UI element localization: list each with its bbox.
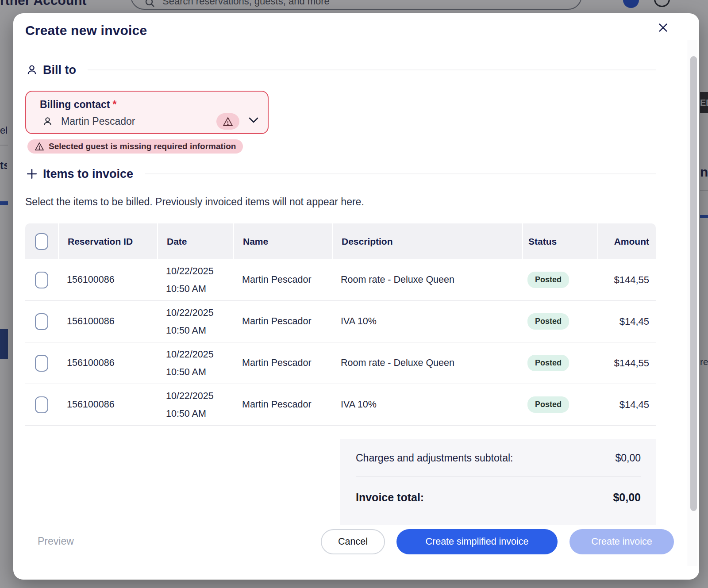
reservation-id: 156100086 xyxy=(58,399,157,410)
row-checkbox[interactable] xyxy=(35,355,48,372)
reservation-id: 156100086 xyxy=(58,274,157,285)
table-row: 156100086 10/22/202510:50 AM Martin Pesc… xyxy=(25,384,656,426)
col-header-name: Name xyxy=(233,223,332,259)
bill-to-section-header: Bill to xyxy=(25,62,656,78)
close-icon[interactable] xyxy=(656,20,670,35)
col-header-amount: Amount xyxy=(597,223,656,259)
date-cell: 10/22/202510:50 AM xyxy=(157,304,233,339)
item-description: IVA 10% xyxy=(332,316,522,327)
missing-info-warning-banner: Selected guest is missing required infor… xyxy=(27,139,243,154)
preview-button[interactable]: Preview xyxy=(38,535,74,547)
warning-triangle-icon xyxy=(35,142,44,151)
col-header-description: Description xyxy=(332,223,522,259)
screen: rther Account Search reservations, guest… xyxy=(0,0,708,588)
invoice-total-value: $0,00 xyxy=(613,491,641,504)
section-divider xyxy=(145,173,656,174)
status-badge: Posted xyxy=(527,355,569,371)
guest-name: Martin Pescador xyxy=(233,316,332,327)
warning-triangle-icon xyxy=(223,117,233,127)
amount: $144,55 xyxy=(614,274,649,286)
select-all-checkbox[interactable] xyxy=(35,233,48,250)
modal-title: Create new invoice xyxy=(25,23,147,38)
invoice-summary: Charges and adjustments subtotal: $0,00 … xyxy=(340,439,656,525)
date-cell: 10/22/202510:50 AM xyxy=(157,346,233,381)
row-checkbox[interactable] xyxy=(35,396,48,413)
items-table: Reservation ID Date Name Description Sta… xyxy=(25,223,656,426)
date-cell: 10/22/202510:50 AM xyxy=(157,262,233,298)
person-icon xyxy=(25,64,38,76)
subtotal-label: Charges and adjustments subtotal: xyxy=(356,452,513,464)
contact-person-icon xyxy=(42,116,53,127)
contact-warning-chip xyxy=(216,113,239,130)
row-checkbox[interactable] xyxy=(35,272,48,288)
items-section-header: Items to invoice xyxy=(25,166,656,182)
items-title: Items to invoice xyxy=(43,167,133,181)
cancel-button[interactable]: Cancel xyxy=(321,529,385,554)
date-cell: 10/22/202510:50 AM xyxy=(157,387,233,423)
subtotal-value: $0,00 xyxy=(615,452,641,464)
warning-message: Selected guest is missing required infor… xyxy=(49,142,236,151)
table-row: 156100086 10/22/202510:50 AM Martin Pesc… xyxy=(25,301,656,342)
billing-contact-select[interactable]: Billing contact* Martin Pescador xyxy=(25,91,269,134)
item-description: IVA 10% xyxy=(332,399,522,410)
guest-name: Martin Pescador xyxy=(233,399,332,410)
amount: $144,55 xyxy=(614,357,649,369)
section-divider xyxy=(88,69,656,70)
modal-scrollbar-thumb[interactable] xyxy=(690,56,697,511)
status-badge: Posted xyxy=(527,396,569,413)
row-checkbox[interactable] xyxy=(35,313,48,330)
item-description: Room rate - Deluxe Queen xyxy=(332,357,522,369)
invoice-total-label: Invoice total: xyxy=(356,491,424,504)
guest-name: Martin Pescador xyxy=(233,274,332,285)
col-header-reservation-id: Reservation ID xyxy=(58,223,157,259)
create-simplified-invoice-button[interactable]: Create simplified invoice xyxy=(396,529,558,554)
table-row: 156100086 10/22/202510:50 AM Martin Pesc… xyxy=(25,259,656,301)
table-header-row: Reservation ID Date Name Description Sta… xyxy=(25,223,656,259)
col-header-date: Date xyxy=(157,223,233,259)
reservation-id: 156100086 xyxy=(58,316,157,327)
item-description: Room rate - Deluxe Queen xyxy=(332,274,522,285)
guest-name: Martin Pescador xyxy=(233,357,332,369)
status-badge: Posted xyxy=(527,313,569,330)
table-row: 156100086 10/22/202510:50 AM Martin Pesc… xyxy=(25,342,656,384)
reservation-id: 156100086 xyxy=(58,357,157,369)
required-asterisk: * xyxy=(112,99,116,110)
amount: $14,45 xyxy=(620,316,649,327)
items-description: Select the items to be billed. Previousl… xyxy=(25,196,364,208)
create-invoice-button[interactable]: Create invoice xyxy=(569,529,674,554)
billing-contact-label: Billing contact* xyxy=(40,99,116,111)
bill-to-title: Bill to xyxy=(43,63,76,77)
plus-icon xyxy=(25,168,38,180)
chevron-down-icon[interactable] xyxy=(248,116,259,124)
col-header-status: Status xyxy=(522,223,597,259)
status-badge: Posted xyxy=(527,272,569,288)
amount: $14,45 xyxy=(620,399,649,411)
create-invoice-modal: Create new invoice Bill to Billing conta… xyxy=(13,13,699,580)
summary-divider xyxy=(356,476,641,482)
billing-contact-value: Martin Pescador xyxy=(61,115,135,127)
